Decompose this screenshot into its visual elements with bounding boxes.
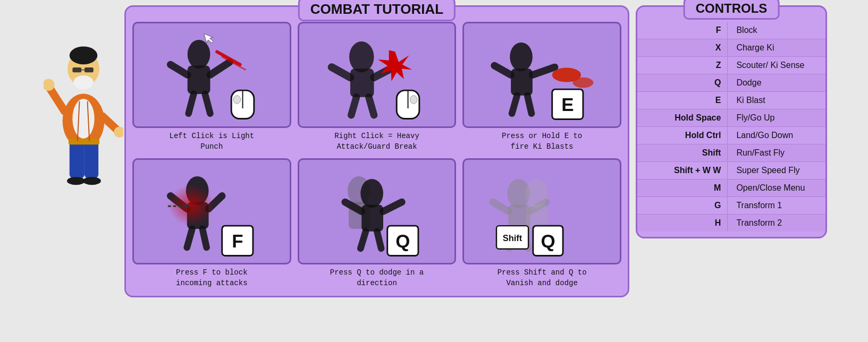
controls-row: Hold CtrlLand/Go Down — [637, 127, 825, 144]
controls-action: Land/Go Down — [728, 127, 825, 144]
svg-point-17 — [45, 81, 53, 89]
controls-action: Transform 1 — [728, 197, 825, 215]
tutorial-image-vanish: Shift Q — [462, 158, 621, 264]
svg-line-45 — [533, 67, 555, 75]
svg-line-56 — [187, 229, 192, 247]
controls-key: E — [637, 92, 728, 109]
block-scene: F — [134, 160, 290, 263]
right-click-caption: Right Click = HeavyAttack/Guard Break — [334, 131, 419, 152]
controls-action: Block — [728, 22, 825, 39]
svg-text:Q: Q — [395, 230, 410, 251]
svg-text:F: F — [232, 230, 243, 251]
left-click-scene — [134, 23, 290, 126]
svg-line-70 — [377, 232, 381, 249]
right-click-scene — [299, 23, 455, 126]
tutorial-cell-vanish: Shift Q Press Shift and Q toVanish and d… — [462, 158, 621, 288]
svg-line-69 — [360, 232, 366, 249]
tutorial-cell-right-click: Right Click = HeavyAttack/Guard Break — [298, 22, 457, 152]
character-svg — [44, 5, 123, 207]
controls-row: Hold SpaceFly/Go Up — [637, 109, 825, 127]
tutorial-grid: Left Click is LightPunch — [132, 22, 621, 288]
svg-text:Q: Q — [541, 230, 555, 251]
controls-row: Shift + W WSuper Speed Fly — [637, 162, 825, 179]
controls-action: Fly/Go Up — [728, 109, 825, 127]
svg-rect-6 — [85, 67, 94, 72]
controls-action: Super Speed Fly — [728, 162, 825, 179]
svg-point-15 — [67, 177, 85, 185]
svg-line-68 — [383, 202, 402, 211]
controls-row: HTransform 2 — [637, 215, 825, 232]
controls-row: ZScouter/ Ki Sense — [637, 57, 825, 74]
combat-tutorial-title: COMBAT TUTORIAL — [298, 0, 456, 21]
vanish-caption: Press Shift and Q toVanish and dodge — [498, 268, 587, 288]
tutorial-image-ki-blast: E — [462, 22, 621, 128]
svg-point-79 — [526, 179, 549, 208]
controls-row: QDodge — [637, 74, 825, 92]
ki-blast-scene: E — [464, 23, 620, 126]
svg-rect-21 — [188, 66, 210, 94]
svg-text:Shift: Shift — [503, 233, 523, 243]
tutorial-image-dodge: Q — [298, 158, 457, 264]
controls-panel: CONTROLS FBlockXCharge KiZScouter/ Ki Se… — [636, 5, 827, 238]
svg-line-37 — [368, 97, 374, 115]
tutorial-cell-dodge: Q Press Q to dodge in adirection — [298, 158, 457, 288]
svg-point-3 — [70, 47, 98, 65]
controls-key: Hold Space — [637, 109, 728, 127]
controls-action: Open/Close Menu — [728, 179, 825, 197]
svg-text:E: E — [562, 94, 574, 115]
svg-marker-31 — [204, 33, 213, 42]
tutorial-cell-block: F Press F to blockincoming attacks — [132, 158, 291, 288]
controls-row: GTransform 1 — [637, 197, 825, 215]
svg-line-57 — [203, 229, 207, 247]
controls-key: F — [637, 22, 728, 39]
svg-point-1 — [72, 99, 94, 139]
svg-line-24 — [189, 94, 194, 114]
controls-key: Shift — [637, 144, 728, 162]
left-click-caption: Left Click is LightPunch — [170, 131, 255, 152]
vanish-scene: Shift Q — [464, 160, 620, 263]
tutorial-image-left-click — [132, 22, 291, 128]
controls-row: EKi Blast — [637, 92, 825, 109]
dodge-scene: Q — [299, 160, 455, 263]
combat-tutorial-panel: COMBAT TUTORIAL — [124, 5, 629, 297]
svg-point-32 — [349, 41, 374, 72]
svg-line-25 — [205, 94, 210, 114]
svg-line-44 — [494, 66, 511, 75]
controls-key: X — [637, 39, 728, 57]
controls-table: FBlockXCharge KiZScouter/ Ki SenseQDodge… — [637, 22, 825, 232]
controls-key: Hold Ctrl — [637, 127, 728, 144]
controls-key: M — [637, 179, 728, 197]
controls-key: Q — [637, 74, 728, 92]
tutorial-image-right-click — [298, 22, 457, 128]
svg-rect-5 — [72, 67, 81, 72]
svg-point-30 — [233, 96, 241, 104]
controls-action: Run/Fast Fly — [728, 144, 825, 162]
controls-action: Transform 2 — [728, 215, 825, 232]
svg-rect-14 — [69, 139, 99, 144]
controls-row: XCharge Ki — [637, 39, 825, 57]
ki-blast-caption: Press or Hold E tofire Ki Blasts — [502, 131, 582, 152]
character-figure — [41, 5, 126, 207]
controls-key: Z — [637, 57, 728, 74]
controls-row: ShiftRun/Fast Fly — [637, 144, 825, 162]
controls-key: H — [637, 215, 728, 232]
svg-line-34 — [332, 67, 350, 77]
tutorial-cell-ki-blast: E Press or Hold E tofire Ki Blasts — [462, 22, 621, 152]
svg-rect-33 — [350, 69, 374, 97]
svg-line-75 — [493, 202, 509, 211]
svg-point-49 — [573, 78, 594, 88]
tutorial-cell-left-click: Left Click is LightPunch — [132, 22, 291, 152]
svg-point-4 — [73, 75, 94, 89]
svg-point-65 — [360, 179, 383, 208]
svg-point-20 — [188, 40, 210, 69]
svg-point-42 — [510, 42, 533, 71]
svg-line-47 — [527, 96, 532, 114]
controls-key: Shift + W W — [637, 162, 728, 179]
dodge-caption: Press Q to dodge in adirection — [330, 268, 424, 288]
svg-line-23 — [210, 62, 230, 75]
controls-row: MOpen/Close Menu — [637, 179, 825, 197]
controls-row: FBlock — [637, 22, 825, 39]
svg-point-58 — [168, 185, 214, 226]
controls-action: Dodge — [728, 74, 825, 92]
svg-point-16 — [83, 177, 101, 185]
